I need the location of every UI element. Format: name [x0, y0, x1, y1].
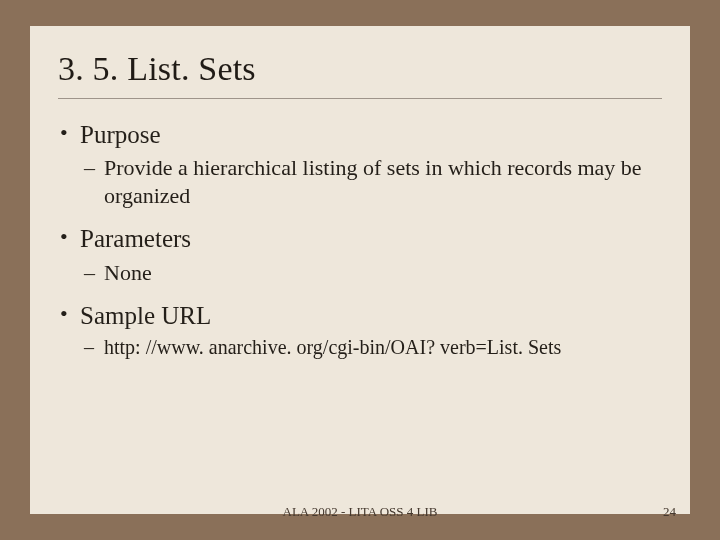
sub-text: http: //www. anarchive. org/cgi-bin/OAI?… — [104, 336, 561, 358]
bullet-label: Sample URL — [58, 300, 662, 331]
sub-item: – Provide a hierarchical listing of sets… — [58, 154, 662, 209]
sub-text: Provide a hierarchical listing of sets i… — [104, 155, 642, 208]
dash-icon: – — [84, 259, 95, 287]
title-rule — [58, 98, 662, 99]
sub-item: – http: //www. anarchive. org/cgi-bin/OA… — [58, 335, 662, 360]
bullet-label: Purpose — [58, 119, 662, 150]
page-number: 24 — [663, 504, 676, 520]
sub-text: None — [104, 260, 152, 285]
list-item: Parameters – None — [58, 223, 662, 286]
list-item: Purpose – Provide a hierarchical listing… — [58, 119, 662, 209]
footer-center-text: ALA 2002 - LITA OSS 4 LIB — [283, 504, 438, 520]
slide-body: 3. 5. List. Sets Purpose – Provide a hie… — [30, 26, 690, 514]
slide-title: 3. 5. List. Sets — [58, 50, 662, 88]
bullet-label: Parameters — [58, 223, 662, 254]
sub-item: – None — [58, 259, 662, 287]
list-item: Sample URL – http: //www. anarchive. org… — [58, 300, 662, 360]
dash-icon: – — [84, 154, 95, 182]
bullet-list: Purpose – Provide a hierarchical listing… — [58, 119, 662, 360]
dash-icon: – — [84, 335, 94, 360]
